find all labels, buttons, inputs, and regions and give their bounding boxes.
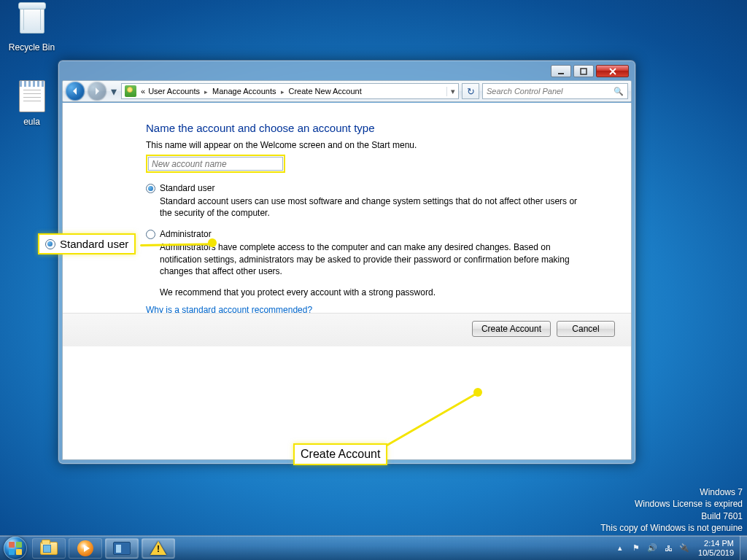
taskbar-media-player[interactable] [69, 538, 102, 559]
desktop-icon-eula[interactable]: eula [4, 80, 59, 127]
create-account-button[interactable]: Create Account [472, 321, 551, 337]
tray-show-hidden[interactable]: ▴ [614, 542, 627, 555]
address-dropdown[interactable]: ▾ [446, 87, 458, 96]
callout-create-label: Create Account [301, 448, 380, 461]
search-placeholder: Search Control Panel [487, 87, 563, 96]
eula-label: eula [4, 117, 59, 127]
svg-rect-1 [581, 69, 587, 74]
svg-rect-0 [558, 73, 564, 74]
helper-text: This name will appear on the Welcome scr… [146, 140, 609, 150]
taskbar: ▴ ⚑ 🔊 🖧 🔌 2:14 PM 10/5/2019 [0, 535, 747, 560]
administrator-title: Administrator [160, 229, 212, 239]
taskbar-problem-report[interactable] [142, 538, 175, 559]
warning-icon [150, 541, 166, 555]
tray-clock[interactable]: 2:14 PM 10/5/2019 [692, 539, 740, 556]
watermark-line4: This copy of Windows is not genuine [600, 522, 743, 534]
refresh-button[interactable]: ↻ [462, 83, 479, 99]
watermark-line3: Build 7601 [600, 510, 743, 522]
system-tray: ▴ ⚑ 🔊 🖧 🔌 2:14 PM 10/5/2019 [612, 536, 747, 560]
account-name-input[interactable] [148, 157, 283, 171]
search-box[interactable]: Search Control Panel 🔍 [482, 83, 628, 99]
callout-standard-label: Standard user [60, 238, 128, 250]
back-button[interactable] [66, 82, 85, 101]
notepad-file-icon [15, 80, 50, 115]
administrator-desc: Administrators have complete access to t… [160, 241, 583, 277]
recycle-bin-icon [15, 6, 50, 41]
minimize-button[interactable] [551, 65, 571, 77]
maximize-button[interactable] [573, 65, 594, 77]
close-button[interactable] [596, 65, 629, 77]
search-icon: 🔍 [614, 87, 624, 96]
media-player-icon [77, 540, 93, 556]
start-orb-icon [4, 537, 27, 560]
link-why-standard[interactable]: Why is a standard account recommended? [146, 305, 609, 313]
recycle-bin-label: Recycle Bin [4, 42, 59, 52]
watermark-line1: Windows 7 [600, 486, 743, 498]
taskbar-explorer[interactable] [32, 538, 66, 559]
nav-bar: ▾ « User Accounts Manage Accounts Create… [62, 80, 632, 102]
button-row: Create Account Cancel [63, 313, 631, 346]
watermark-line2: Windows License is expired [600, 498, 743, 510]
control-panel-icon [113, 542, 131, 555]
tray-action-center-icon[interactable]: ⚑ [630, 542, 643, 555]
activation-watermark: Windows 7 Windows License is expired Bui… [600, 486, 743, 534]
recommend-text: We recommend that you protect every acco… [160, 287, 609, 298]
tray-power-icon[interactable]: 🔌 [678, 542, 691, 555]
start-button[interactable] [0, 536, 31, 561]
standard-user-desc: Standard account users can use most soft… [160, 195, 583, 219]
standard-user-title: Standard user [160, 183, 214, 193]
callout-standard-user: Standard user [38, 233, 136, 254]
content-area: Name the account and choose an account t… [62, 103, 632, 460]
page-heading: Name the account and choose an account t… [146, 122, 609, 134]
radio-administrator[interactable] [146, 230, 155, 239]
tray-time: 2:14 PM [698, 539, 734, 548]
breadcrumb-manage-accounts[interactable]: Manage Accounts [211, 85, 277, 98]
breadcrumb-create-new-account[interactable]: Create New Account [287, 85, 363, 98]
nav-history-dropdown[interactable]: ▾ [109, 82, 118, 101]
taskbar-control-panel[interactable] [105, 538, 139, 559]
cancel-button[interactable]: Cancel [557, 321, 615, 337]
highlight-account-name [146, 155, 285, 173]
callout-radio-icon [45, 239, 55, 249]
tray-volume-icon[interactable]: 🔊 [646, 542, 659, 555]
tray-date: 10/5/2019 [698, 548, 734, 557]
address-bar[interactable]: « User Accounts Manage Accounts Create N… [121, 83, 459, 99]
radio-standard-user[interactable] [146, 184, 155, 193]
show-desktop-button[interactable] [740, 536, 747, 561]
breadcrumb-prefix: « [139, 85, 147, 98]
callout-create-account: Create Account [293, 443, 387, 465]
option-administrator[interactable]: Administrator Administrators have comple… [146, 229, 609, 277]
desktop-icon-recycle-bin[interactable]: Recycle Bin [4, 3, 59, 52]
forward-button[interactable] [88, 82, 107, 101]
folder-icon [40, 542, 58, 555]
control-panel-window: ▾ « User Accounts Manage Accounts Create… [58, 60, 636, 464]
breadcrumb-user-accounts[interactable]: User Accounts [147, 85, 201, 98]
tray-network-icon[interactable]: 🖧 [662, 542, 675, 555]
option-standard-user[interactable]: Standard user Standard account users can… [146, 183, 609, 219]
user-accounts-icon [125, 85, 136, 97]
